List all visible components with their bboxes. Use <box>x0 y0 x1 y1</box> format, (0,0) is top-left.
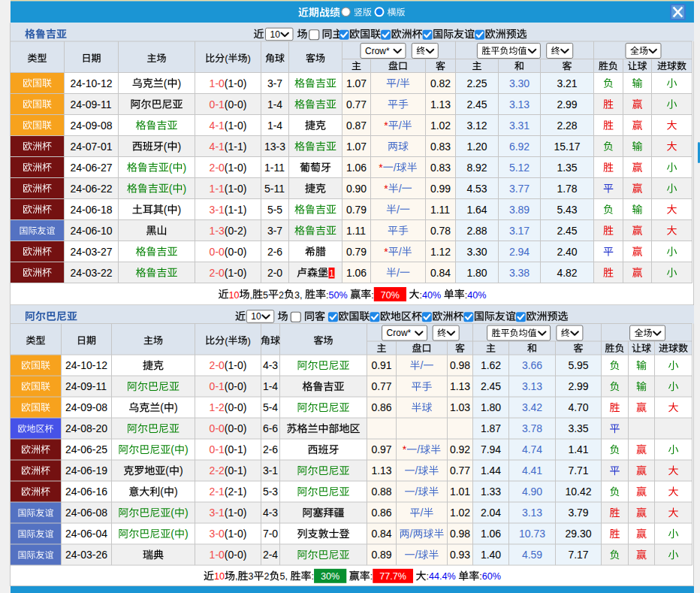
svg-text:0.77: 0.77 <box>371 380 391 392</box>
svg-text:): ) <box>248 53 251 64</box>
svg-text:/: / <box>421 507 424 519</box>
svg-text:1-11: 1-11 <box>264 162 285 174</box>
svg-text:1-3: 1-3 <box>210 225 225 237</box>
svg-text:): ) <box>248 335 251 346</box>
svg-text:0.79: 0.79 <box>346 204 367 216</box>
svg-text:1.78: 1.78 <box>557 183 577 195</box>
svg-text:3.12: 3.12 <box>466 120 487 132</box>
svg-text:(2-1): (2-1) <box>225 486 247 498</box>
svg-text:5.43: 5.43 <box>557 204 577 216</box>
svg-text:(0-1): (0-1) <box>225 464 247 477</box>
svg-text:(1-0): (1-0) <box>225 507 247 519</box>
svg-text:0.84: 0.84 <box>430 267 451 279</box>
svg-text:3-1: 3-1 <box>263 464 278 477</box>
svg-text:/: / <box>415 486 418 498</box>
svg-text:2: 2 <box>264 571 270 582</box>
svg-text:(1-0): (1-0) <box>225 77 247 89</box>
svg-text:2-6: 2-6 <box>267 246 282 258</box>
svg-text:1.07: 1.07 <box>346 77 367 89</box>
svg-text:): ) <box>178 141 182 153</box>
svg-text:2.45: 2.45 <box>481 380 501 392</box>
svg-text:2-6: 2-6 <box>263 443 278 455</box>
svg-text:24-10-12: 24-10-12 <box>65 359 107 371</box>
svg-text:/: / <box>417 443 420 455</box>
svg-text:): ) <box>174 401 178 413</box>
svg-text:3.78: 3.78 <box>522 422 542 434</box>
svg-text:1.03: 1.03 <box>450 401 470 413</box>
svg-text:1.41: 1.41 <box>568 443 588 455</box>
svg-text:): ) <box>185 443 189 455</box>
svg-text:1-2: 1-2 <box>210 401 225 413</box>
svg-text:(0-0): (0-0) <box>225 246 247 258</box>
svg-text:3.35: 3.35 <box>568 422 588 434</box>
svg-text:3.66: 3.66 <box>522 359 542 371</box>
svg-text:(0-0): (0-0) <box>225 98 247 110</box>
svg-text:10: 10 <box>214 571 225 582</box>
svg-text:7.17: 7.17 <box>568 549 588 561</box>
svg-text:1.80: 1.80 <box>481 401 501 413</box>
svg-text:3.21: 3.21 <box>557 77 577 89</box>
svg-text:/: / <box>415 549 418 561</box>
svg-text:3.79: 3.79 <box>568 507 588 519</box>
svg-text:0.88: 0.88 <box>371 486 391 498</box>
svg-text:/: / <box>415 464 418 477</box>
svg-text:1.07: 1.07 <box>346 141 367 153</box>
svg-text:2.40: 2.40 <box>557 246 577 258</box>
svg-text:2.28: 2.28 <box>557 120 577 132</box>
svg-text:3.30: 3.30 <box>466 246 487 258</box>
svg-text:0-0: 0-0 <box>210 422 225 434</box>
svg-text:2-1: 2-1 <box>210 486 225 498</box>
svg-text:7.94: 7.94 <box>481 443 501 455</box>
svg-text:1.01: 1.01 <box>450 486 470 498</box>
svg-text:0.89: 0.89 <box>371 549 391 561</box>
svg-text:2.99: 2.99 <box>568 380 588 392</box>
svg-text:3.77: 3.77 <box>509 183 530 195</box>
svg-text:0.98: 0.98 <box>450 528 470 540</box>
svg-text:5,: 5, <box>280 571 288 582</box>
svg-text:5-4: 5-4 <box>263 401 278 413</box>
svg-text:0.92: 0.92 <box>450 443 470 455</box>
svg-text:2.45: 2.45 <box>557 225 577 237</box>
svg-text:(0-0): (0-0) <box>225 549 247 561</box>
svg-text:24-07-01: 24-07-01 <box>70 141 112 153</box>
svg-text:*: * <box>379 162 383 174</box>
svg-text:44.4%: 44.4% <box>429 571 456 582</box>
svg-text:3.42: 3.42 <box>522 401 542 413</box>
svg-text:3-7: 3-7 <box>267 77 282 89</box>
svg-text:3.17: 3.17 <box>509 225 530 237</box>
svg-text:3-0: 3-0 <box>210 528 225 540</box>
svg-text:(: ( <box>160 486 164 498</box>
svg-text:3-7: 3-7 <box>267 225 282 237</box>
svg-text:5-11: 5-11 <box>264 183 285 195</box>
svg-text:(: ( <box>160 401 164 413</box>
svg-text:2-4: 2-4 <box>263 549 278 561</box>
svg-text:2.04: 2.04 <box>481 507 501 519</box>
svg-text:(1-0): (1-0) <box>225 183 247 195</box>
svg-text:6-6: 6-6 <box>263 422 278 434</box>
svg-text:1-4: 1-4 <box>267 98 282 110</box>
svg-text:4-3: 4-3 <box>263 359 278 371</box>
svg-text:1.35: 1.35 <box>557 162 577 174</box>
svg-text:*: * <box>384 246 388 258</box>
svg-text:29.30: 29.30 <box>565 528 591 540</box>
svg-text:): ) <box>185 528 189 540</box>
svg-text:0.87: 0.87 <box>346 120 367 132</box>
svg-text:*: * <box>384 183 388 195</box>
svg-text:(0-2): (0-2) <box>225 225 247 237</box>
svg-text:2-0: 2-0 <box>210 162 225 174</box>
svg-text:/: / <box>397 267 400 279</box>
svg-text:2.99: 2.99 <box>557 98 577 110</box>
svg-text:(: ( <box>170 443 174 455</box>
svg-text:0.99: 0.99 <box>430 183 451 195</box>
svg-text:1.06: 1.06 <box>481 528 501 540</box>
svg-text:3-1: 3-1 <box>210 204 225 216</box>
svg-text:): ) <box>174 486 178 498</box>
svg-text:7.71: 7.71 <box>568 464 588 477</box>
svg-text:4.74: 4.74 <box>522 443 542 455</box>
svg-text:0.98: 0.98 <box>450 359 470 371</box>
svg-text:(1-1): (1-1) <box>225 141 247 153</box>
svg-text:4.70: 4.70 <box>568 401 588 413</box>
svg-text:1-4: 1-4 <box>263 380 278 392</box>
svg-text:(: ( <box>169 183 173 195</box>
svg-text:(: ( <box>164 77 167 89</box>
